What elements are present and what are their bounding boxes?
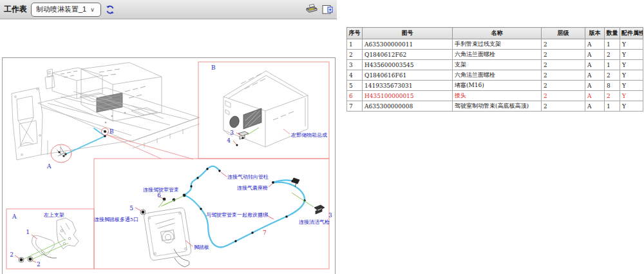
detail-a-title: 左上支架 xyxy=(44,212,64,218)
table-row[interactable]: 7 A635300000008 驾驶室制动管束(高底板高顶) 2 A 1 Y xyxy=(347,101,643,112)
callout-7: 7 xyxy=(263,230,267,236)
detail-b-caption: 左部储物箱总成 xyxy=(291,132,327,138)
col-attr: 配件属性 xyxy=(620,28,643,39)
detail-b-callouts: 3 4 左部储物箱总成 B xyxy=(211,64,327,146)
table-row[interactable]: 3 H435600003545 支架 2 A 1 Y xyxy=(347,60,643,70)
main-tag-a: A xyxy=(46,163,52,170)
table-row[interactable]: 4 Q1840616F61 六角法兰面螺栓 2 A 2 Y xyxy=(347,70,643,81)
table-row-highlighted[interactable]: 6 H435100000015 接头 2 A 2 Y xyxy=(347,91,643,101)
label-footboard: 脚踏板 xyxy=(194,244,209,250)
worksheet-select-value: 制动喷淋装置_1 xyxy=(36,5,86,14)
detail-a-callout-2b: 2 xyxy=(37,261,41,268)
label-cab-harness: 连接驾驶室管束 xyxy=(143,187,179,193)
main-pipe xyxy=(64,128,106,155)
refresh-icon[interactable] xyxy=(105,5,115,15)
table-panel: 完整表 序号 图号 名称 层级 版本 数量 配件属性 xyxy=(345,0,644,274)
callout-6: 6 xyxy=(157,192,161,199)
left-toolbar: 工作表 制动喷淋装置_1 ∨ xyxy=(0,0,337,19)
callout-3: 3 xyxy=(328,212,332,219)
detail-b-callout-3: 3 xyxy=(230,130,234,136)
callout-5: 5 xyxy=(129,205,133,211)
col-version: 版本 xyxy=(585,28,605,39)
parts-catalog-app: 工作表 制动喷淋装置_1 ∨ xyxy=(0,0,644,274)
insert-page-icon[interactable] xyxy=(322,5,333,15)
printer-icon[interactable] xyxy=(305,4,318,15)
col-name: 名称 xyxy=(453,28,542,39)
detail-a-callouts: 1 2 2 左上支架 A xyxy=(10,212,68,268)
exploded-diagram: A B xyxy=(3,58,334,274)
main-tag-b: B xyxy=(109,128,114,135)
label-steering: 连接气动转向管柱 xyxy=(227,174,269,180)
label-air-seat: 连接气囊座椅 xyxy=(237,185,268,191)
parts-table-header: 序号 图号 名称 层级 版本 数量 配件属性 xyxy=(347,28,643,39)
chevron-down-icon: ∨ xyxy=(90,6,95,13)
diagram-panel: 工作表 制动喷淋装置_1 ∨ xyxy=(0,0,341,274)
col-part: 图号 xyxy=(363,28,453,39)
table-row[interactable]: 5 1419335673031 堵塞(M16) 2 A 8 Y xyxy=(347,81,643,91)
pipe-detail-labels: 连接驾驶室管束 6 5 连接脚踏板多通5口 连接气动转向管柱 连接气囊座椅 与驾… xyxy=(94,174,332,250)
detail-a-callout-1: 1 xyxy=(26,229,30,235)
col-qty: 数量 xyxy=(605,28,620,39)
worksheet-select[interactable]: 制动喷淋装置_1 ∨ xyxy=(31,3,101,17)
detail-a-tag: A xyxy=(12,213,17,220)
col-no: 序号 xyxy=(347,28,363,39)
table-row[interactable]: 2 Q1840612F62 六角法兰面螺栓 2 A 2 Y xyxy=(347,50,643,60)
diagram-frame: A B xyxy=(2,57,336,274)
footboard-art xyxy=(144,207,192,267)
table-row[interactable]: 1 A635300000011 手刹管束过线支架 2 A 1 Y xyxy=(347,39,643,50)
label-pedal-port: 连接脚踏板多通5口 xyxy=(94,216,138,222)
worksheet-label: 工作表 xyxy=(4,4,27,15)
parts-table: 序号 图号 名称 层级 版本 数量 配件属性 1 A635300000011 手… xyxy=(346,27,643,112)
label-bundle: 与驾驶室管束一起敷设捆绑 xyxy=(206,212,268,218)
detail-b-tag: B xyxy=(211,64,216,71)
main-chassis-art xyxy=(12,63,200,160)
detail-b-callout-4: 4 xyxy=(227,137,231,144)
col-level: 层级 xyxy=(542,28,585,39)
detail-a-callout-2a: 2 xyxy=(10,251,14,258)
label-air-gun: 连接清洁气枪 xyxy=(299,219,330,225)
